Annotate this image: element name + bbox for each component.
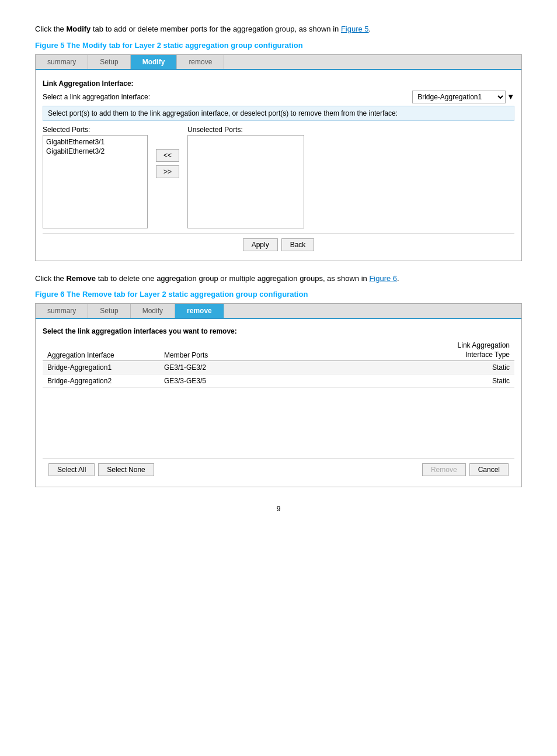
tab-remove-f5[interactable]: remove — [177, 55, 224, 69]
port-item-2: GigabitEthernet3/2 — [45, 147, 145, 156]
dropdown-wrap: Bridge-Aggregation1 ▼ — [412, 91, 514, 103]
back-button[interactable]: Back — [281, 238, 315, 251]
link-agg-interface-label: Link Aggregation Interface: — [43, 79, 514, 88]
ports-instruction: Select port(s) to add them to the link a… — [43, 106, 514, 121]
figure6-title: Figure 6 The Remove tab for Layer 2 stat… — [35, 290, 522, 299]
bottom-bar-right: Remove Cancel — [422, 463, 509, 476]
intro-paragraph-2: Click the Remove tab to delete one aggre… — [35, 273, 522, 285]
port-item-1: GigabitEthernet3/1 — [45, 137, 145, 147]
selected-ports-wrap: Selected Ports: GigabitEthernet3/1 Gigab… — [43, 126, 148, 228]
move-right-button[interactable]: >> — [156, 165, 179, 178]
col-header-member-ports: Member Ports — [164, 351, 281, 359]
arrow-buttons: << >> — [148, 149, 187, 178]
tab-modify-f5[interactable]: Modify — [131, 55, 177, 69]
tab-summary-f6[interactable]: summary — [36, 304, 88, 318]
type-2: Static — [434, 377, 510, 385]
tab-setup-f6[interactable]: Setup — [88, 304, 130, 318]
select-link-row: Select a link aggregation interface: Bri… — [43, 91, 514, 103]
apply-button[interactable]: Apply — [243, 238, 278, 251]
dropdown-arrow: ▼ — [507, 92, 514, 101]
figure6-bottom-bar: Select All Select None Remove Cancel — [43, 458, 514, 481]
figure6-link[interactable]: Figure 6 — [369, 274, 397, 283]
figure5-tab-bar: summary Setup Modify remove — [36, 55, 521, 70]
selected-ports-label: Selected Ports: — [43, 126, 148, 134]
modify-bold: Modify — [66, 25, 90, 33]
select-none-button[interactable]: Select None — [98, 463, 154, 476]
table-row[interactable]: Bridge-Aggregation2 GE3/3-GE3/5 Static — [43, 374, 514, 388]
selected-ports-list[interactable]: GigabitEthernet3/1 GigabitEthernet3/2 — [43, 135, 148, 228]
remove-button[interactable]: Remove — [422, 463, 466, 476]
tab-modify-f6[interactable]: Modify — [131, 304, 175, 318]
tab-setup-f5[interactable]: Setup — [88, 55, 130, 69]
type-1: Static — [434, 363, 510, 372]
figure6-tab-bar: summary Setup Modify remove — [36, 304, 521, 319]
figure5-title: Figure 5 The Modify tab for Layer 2 stat… — [35, 41, 522, 50]
unselected-ports-list[interactable] — [187, 135, 304, 228]
intro-paragraph-1: Click the Modify tab to add or delete me… — [35, 23, 522, 35]
member-ports-2: GE3/3-GE3/5 — [164, 377, 281, 385]
figure6-body: Select the link aggregation interfaces y… — [36, 319, 521, 487]
remove-bold: Remove — [66, 274, 96, 283]
select-all-button[interactable]: Select All — [48, 463, 95, 476]
table-row[interactable]: Bridge-Aggregation1 GE3/1-GE3/2 Static — [43, 361, 514, 374]
page-number: 9 — [35, 505, 522, 513]
figure6-panel: summary Setup Modify remove Select the l… — [35, 303, 522, 487]
col-header-link-agg-type: Link Aggregation Interface Type — [458, 341, 510, 359]
figure5-body: Link Aggregation Interface: Select a lin… — [36, 70, 521, 261]
unselected-ports-label: Unselected Ports: — [187, 126, 304, 134]
col-header-agg-interface: Aggregation Interface — [47, 351, 164, 359]
agg-interface-2: Bridge-Aggregation2 — [47, 377, 164, 385]
figure5-action-bar: Apply Back — [43, 233, 514, 255]
unselected-ports-wrap: Unselected Ports: — [187, 126, 304, 228]
tab-remove-f6[interactable]: remove — [175, 304, 224, 318]
move-left-button[interactable]: << — [156, 149, 179, 162]
agg-interface-1: Bridge-Aggregation1 — [47, 363, 164, 372]
select-link-label: Select a link aggregation interface: — [43, 93, 150, 101]
figure5-link[interactable]: Figure 5 — [341, 25, 369, 33]
member-ports-1: GE3/1-GE3/2 — [164, 363, 281, 372]
select-instruction: Select the link aggregation interfaces y… — [43, 325, 514, 338]
bottom-bar-left: Select All Select None — [48, 463, 154, 476]
tab-summary-f5[interactable]: summary — [36, 55, 88, 69]
ports-section: Selected Ports: GigabitEthernet3/1 Gigab… — [43, 126, 514, 228]
cancel-button[interactable]: Cancel — [469, 463, 509, 476]
agg-interface-dropdown[interactable]: Bridge-Aggregation1 — [412, 91, 506, 103]
figure5-panel: summary Setup Modify remove Link Aggrega… — [35, 54, 522, 261]
